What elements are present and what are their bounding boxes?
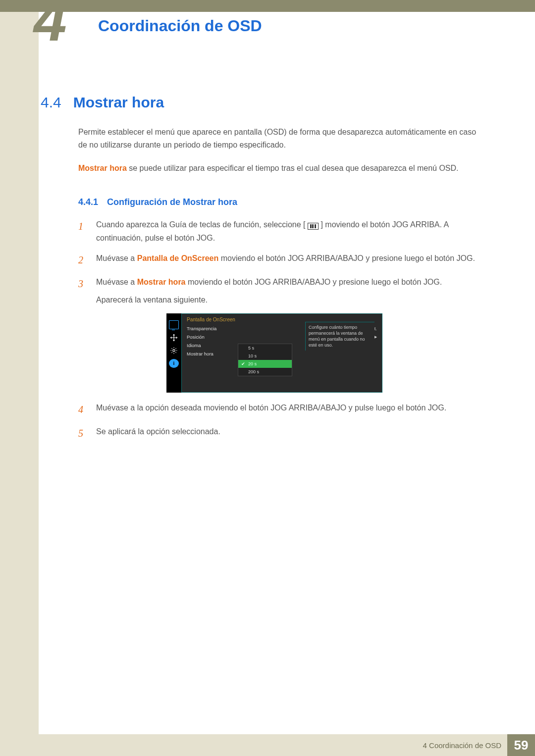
- osd-option-200s: 200 s: [238, 368, 292, 376]
- osd-option-10s: 10 s: [238, 352, 292, 360]
- footer-label: 4 Coordinación de OSD: [423, 741, 501, 750]
- header-band: [0, 0, 535, 12]
- step-2-text-a: Muévase a: [96, 254, 137, 262]
- gear-icon: [169, 346, 179, 355]
- osd-row-idioma-label: Idioma: [187, 343, 201, 348]
- osd-row-transparencia-label: Transparencia: [187, 326, 216, 331]
- step-2: 2 Muévase a Pantalla de OnScreen moviend…: [78, 252, 480, 268]
- step-5-text: Se aplicará la opción seleccionada.: [96, 425, 480, 442]
- step-4-number: 4: [78, 401, 87, 418]
- intro-para-1: Permite establecer el menú que aparece e…: [78, 126, 480, 152]
- step-3-text-c: Aparecerá la ventana siguiente.: [96, 296, 208, 304]
- step-3: 3 Muévase a Mostrar hora moviendo el bot…: [78, 275, 480, 306]
- step-1: 1 Cuando aparezca la Guía de teclas de f…: [78, 218, 480, 245]
- osd-row-posicion-label: Posición: [187, 334, 205, 340]
- step-3-number: 3: [78, 275, 87, 306]
- intro-para-2-rest: se puede utilizar para especificar el ti…: [127, 164, 459, 172]
- step-4: 4 Muévase a la opción deseada moviendo e…: [78, 401, 480, 418]
- step-3-highlight: Mostrar hora: [137, 278, 186, 286]
- subsection-number: 4.4.1: [78, 197, 98, 207]
- osd-options-popup: 5 s 10 s ✔20 s 200 s: [238, 344, 292, 376]
- intro-highlight: Mostrar hora: [78, 164, 127, 172]
- step-1-text-a: Cuando aparezca la Guía de teclas de fun…: [96, 220, 306, 229]
- check-icon: ✔: [241, 361, 245, 366]
- intro-para-2: Mostrar hora se puede utilizar para espe…: [78, 162, 480, 175]
- monitor-icon: [169, 320, 179, 329]
- osd-option-20s-selected: ✔20 s: [238, 360, 292, 368]
- section-number: 4.4: [41, 94, 61, 111]
- step-2-number: 2: [78, 252, 87, 268]
- osd-iconbar: i: [166, 313, 181, 393]
- osd-hint-text: Configure cuánto tiempo permanecerá la v…: [305, 322, 374, 351]
- osd-option-5s: 5 s: [238, 344, 292, 352]
- step-2-text-b: moviendo el botón JOG ARRIBA/ABAJO y pre…: [218, 254, 475, 262]
- step-5-number: 5: [78, 425, 87, 442]
- footer: 4 Coordinación de OSD 59: [39, 734, 535, 756]
- step-3-text-b: moviendo el botón JOG ARRIBA/ABAJO y pre…: [186, 278, 442, 286]
- step-5: 5 Se aplicará la opción seleccionada.: [78, 425, 480, 442]
- info-icon: i: [169, 359, 179, 368]
- menu-icon: [308, 223, 319, 230]
- chapter-title: Coordinación de OSD: [98, 17, 262, 35]
- chapter-number: 4: [34, 0, 64, 50]
- section-title: Mostrar hora: [73, 94, 164, 111]
- svg-point-0: [173, 350, 175, 352]
- move-icon: [169, 333, 179, 342]
- osd-option-20s-label: 20 s: [248, 361, 257, 366]
- step-3-text-a: Muévase a: [96, 278, 137, 286]
- side-strip: [0, 0, 39, 756]
- step-1-number: 1: [78, 218, 87, 245]
- osd-row-mostrar-label: Mostrar hora: [187, 351, 214, 356]
- footer-page-number: 59: [507, 734, 535, 756]
- subsection-title: Configuración de Mostrar hora: [107, 197, 237, 207]
- step-2-highlight: Pantalla de OnScreen: [137, 254, 219, 262]
- step-4-text: Muévase a la opción deseada moviendo el …: [96, 401, 480, 418]
